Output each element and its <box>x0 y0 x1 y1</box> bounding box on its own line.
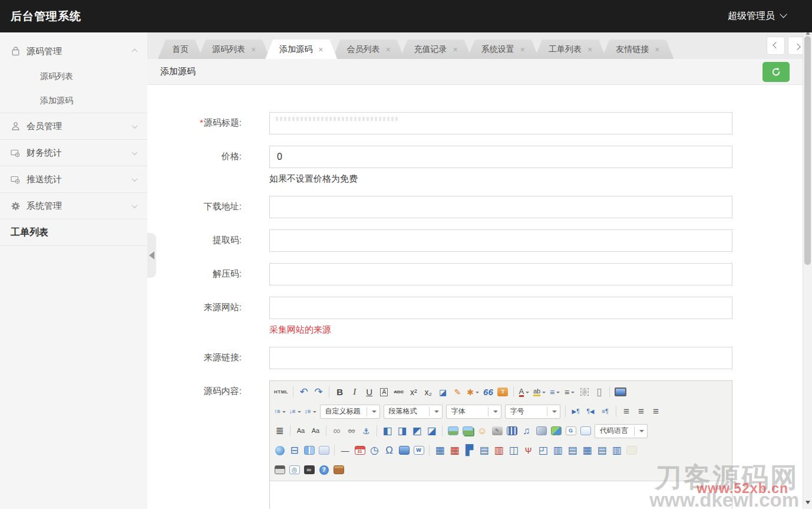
tab-close-icon[interactable]: × <box>251 45 256 54</box>
italic-button[interactable]: I <box>348 385 361 399</box>
anchor-button[interactable]: ⚓ <box>359 423 373 438</box>
unlink-button[interactable]: ∞ <box>345 423 358 438</box>
user-menu[interactable]: 超级管理员 <box>728 10 786 22</box>
flash-button[interactable] <box>273 443 286 458</box>
tab-item-7[interactable]: 工单列表× <box>534 40 606 59</box>
lowercase-button[interactable]: Aa <box>309 423 322 438</box>
redo-button[interactable]: ↷ <box>312 385 325 399</box>
source-site-input[interactable] <box>269 297 732 319</box>
subscript-button[interactable]: x₂ <box>421 385 435 399</box>
font-family-select[interactable]: 字体 <box>446 405 501 419</box>
special-chars-button[interactable]: Ω <box>382 443 396 458</box>
sidebar-subitem-2[interactable]: 添加源码 <box>0 88 147 113</box>
split-view-button[interactable] <box>302 443 316 458</box>
editor-content-area[interactable] <box>270 481 732 509</box>
paste-button[interactable] <box>332 462 345 477</box>
attachment-button[interactable] <box>534 423 548 438</box>
tab-close-icon[interactable]: × <box>587 45 592 54</box>
split-cols-button[interactable]: ▥ <box>610 443 623 458</box>
tabs-scroll-left-button[interactable] <box>767 37 785 55</box>
delete-table-button[interactable]: ▦ <box>448 443 461 458</box>
merge-down-button[interactable]: ▤ <box>566 443 579 458</box>
paragraph-spacing-bottom-button[interactable]: ↓≡ <box>288 404 302 419</box>
image-left-button[interactable]: ◧ <box>381 423 394 438</box>
tab-close-icon[interactable]: × <box>520 45 525 54</box>
sidebar-item-3[interactable]: 财务统计 <box>0 140 147 166</box>
horizontal-rule-button[interactable]: — <box>338 443 352 458</box>
align-left-button[interactable]: ≡ <box>620 404 633 419</box>
insert-table-button[interactable]: ▦ <box>433 443 447 458</box>
price-input[interactable] <box>269 146 732 168</box>
preview-button[interactable]: ◎ <box>288 462 301 477</box>
sidebar-item-6[interactable]: 工单列表 <box>0 219 147 245</box>
image-right-button[interactable]: ◩ <box>410 423 424 438</box>
paste-text-button[interactable]: T <box>496 385 510 399</box>
fullscreen-button[interactable] <box>613 385 628 399</box>
link-button[interactable]: ∞ <box>330 423 344 438</box>
custom-title-select[interactable]: 自定义标题 <box>320 405 380 419</box>
format-brush-button[interactable]: ✎ <box>451 385 464 399</box>
outdent-button[interactable]: ¶◀ <box>584 404 598 419</box>
uppercase-button[interactable]: Aa <box>294 423 308 438</box>
insert-row-button[interactable]: ▥ <box>492 443 506 458</box>
tab-close-icon[interactable]: × <box>453 45 458 54</box>
line-height-button[interactable]: ↕≡ <box>303 404 318 419</box>
music-button[interactable]: ♫ <box>520 423 533 438</box>
undo-button[interactable]: ↶ <box>297 385 311 399</box>
code-language-select[interactable]: 代码语言 <box>595 424 648 438</box>
table-title-button[interactable]: ▛ <box>463 443 476 458</box>
anchor-text-button[interactable]: ⓐ <box>577 385 591 399</box>
insert-frame-button[interactable] <box>579 423 592 438</box>
font-size-select[interactable]: 字号 <box>505 405 560 419</box>
unordered-list-button[interactable]: ≡ <box>563 385 576 399</box>
font-border-button[interactable]: A <box>377 385 391 399</box>
tab-item-6[interactable]: 系统设置× <box>467 40 539 59</box>
tab-item-5[interactable]: 充值记录× <box>400 40 472 59</box>
image-inline-button[interactable]: ◨ <box>395 423 409 438</box>
insert-caption-button[interactable]: ▤ <box>477 443 491 458</box>
find-replace-button[interactable]: ∞ <box>302 462 316 477</box>
split-rows-button[interactable]: ▤ <box>595 443 609 458</box>
extract-code-input[interactable] <box>269 229 732 252</box>
sidebar-item-1[interactable]: 源码管理 <box>0 38 147 64</box>
sidebar-item-5[interactable]: 系统管理 <box>0 193 147 219</box>
sidebar-collapse-handle[interactable] <box>147 233 156 278</box>
image-block-button[interactable]: ◪ <box>425 423 438 438</box>
merge-right-button[interactable]: ▥ <box>551 443 565 458</box>
justify-button[interactable]: ≣ <box>273 423 286 438</box>
html-source-button[interactable]: HTML <box>273 385 289 399</box>
tab-close-icon[interactable]: × <box>655 45 659 54</box>
insert-video-button[interactable] <box>505 423 519 438</box>
graft-image-button[interactable] <box>317 443 331 458</box>
tab-close-icon[interactable]: × <box>318 45 323 54</box>
download-url-input[interactable] <box>269 196 732 218</box>
insert-col-button[interactable]: ◫ <box>507 443 520 458</box>
auto-typeset-button[interactable]: ✱ <box>466 385 480 399</box>
help-button[interactable]: ? <box>317 462 331 477</box>
insert-date-button[interactable]: 31 <box>353 443 367 458</box>
new-page-button[interactable]: ▯ <box>592 385 606 399</box>
sidebar-item-2[interactable]: 会员管理 <box>0 113 147 139</box>
tab-item-3[interactable]: 添加源码× <box>265 40 337 59</box>
unzip-code-input[interactable] <box>269 263 732 285</box>
emotion-button[interactable]: ☺ <box>476 423 489 438</box>
scrollbar-thumb[interactable] <box>804 36 811 265</box>
merge-cells-button[interactable]: ◰ <box>536 443 550 458</box>
paragraph-format-select[interactable]: 段落格式 <box>384 405 443 419</box>
align-right-button[interactable]: ≡ <box>649 404 663 419</box>
delete-row-button[interactable]: Ψ <box>521 443 535 458</box>
print-button[interactable] <box>273 462 286 477</box>
scrollbar-down-arrow[interactable] <box>806 501 810 507</box>
split-cells-button[interactable]: ▦ <box>580 443 594 458</box>
tab-item-4[interactable]: 会员列表× <box>332 40 404 59</box>
paragraph-wrap-button[interactable]: ≡¶ <box>599 404 612 419</box>
baidu-map-button[interactable]: G <box>564 423 577 438</box>
tab-item-8[interactable]: 友情链接× <box>602 40 674 59</box>
ordered-list-button[interactable]: ≡ <box>548 385 562 399</box>
strikethrough-button[interactable]: ABC <box>392 385 405 399</box>
highlight-color-button[interactable]: ab <box>532 385 547 399</box>
align-center-button[interactable]: ≡ <box>635 404 648 419</box>
insert-time-button[interactable]: ◷ <box>368 443 381 458</box>
image-manager-button[interactable] <box>461 423 474 438</box>
eraser-button[interactable]: ◪ <box>436 385 450 399</box>
